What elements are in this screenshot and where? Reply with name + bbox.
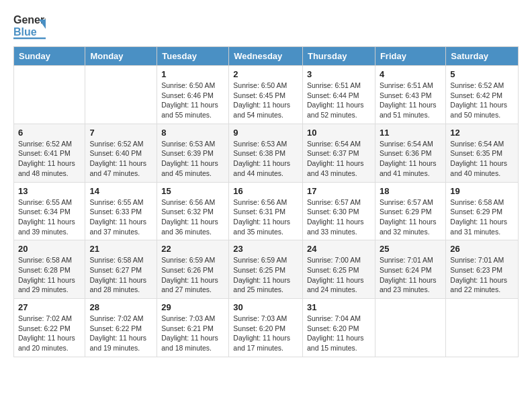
calendar-week-1: 1Sunrise: 6:50 AMSunset: 6:46 PMDaylight… [14, 66, 519, 124]
calendar-cell: 10Sunrise: 6:54 AMSunset: 6:37 PMDayligh… [302, 124, 375, 182]
day-info: Sunrise: 6:53 AMSunset: 6:38 PMDaylight:… [233, 139, 298, 179]
calendar-cell [14, 66, 85, 124]
day-number: 29 [161, 302, 224, 312]
day-info: Sunrise: 7:02 AMSunset: 6:22 PMDaylight:… [89, 314, 152, 353]
calendar-cell: 25Sunrise: 7:01 AMSunset: 6:24 PMDayligh… [375, 240, 445, 299]
day-number: 14 [89, 186, 152, 196]
calendar-cell: 2Sunrise: 6:50 AMSunset: 6:45 PMDaylight… [229, 66, 303, 124]
calendar-cell: 1Sunrise: 6:50 AMSunset: 6:46 PMDaylight… [157, 66, 229, 124]
day-number: 13 [18, 186, 81, 196]
day-info: Sunrise: 6:52 AMSunset: 6:41 PMDaylight:… [18, 139, 81, 179]
calendar-cell: 23Sunrise: 6:59 AMSunset: 6:25 PMDayligh… [229, 240, 303, 299]
day-number: 26 [450, 244, 514, 254]
day-info: Sunrise: 6:50 AMSunset: 6:46 PMDaylight:… [161, 81, 224, 120]
day-info: Sunrise: 6:55 AMSunset: 6:33 PMDaylight:… [89, 197, 152, 237]
day-info: Sunrise: 6:52 AMSunset: 6:42 PMDaylight:… [450, 81, 514, 120]
day-header-friday: Friday [375, 47, 445, 66]
calendar-cell: 28Sunrise: 7:02 AMSunset: 6:22 PMDayligh… [85, 299, 157, 357]
day-info: Sunrise: 6:55 AMSunset: 6:34 PMDaylight:… [18, 197, 81, 237]
day-info: Sunrise: 6:56 AMSunset: 6:32 PMDaylight:… [161, 197, 224, 237]
calendar-cell: 13Sunrise: 6:55 AMSunset: 6:34 PMDayligh… [14, 182, 85, 240]
day-number: 20 [18, 244, 81, 254]
calendar-cell: 4Sunrise: 6:51 AMSunset: 6:43 PMDaylight… [375, 66, 445, 124]
calendar-cell [375, 299, 445, 357]
day-info: Sunrise: 6:58 AMSunset: 6:27 PMDaylight:… [89, 255, 152, 295]
calendar-cell: 19Sunrise: 6:58 AMSunset: 6:29 PMDayligh… [446, 182, 519, 240]
day-number: 7 [89, 128, 152, 138]
day-info: Sunrise: 6:57 AMSunset: 6:29 PMDaylight:… [380, 197, 441, 237]
day-info: Sunrise: 7:04 AMSunset: 6:20 PMDaylight:… [307, 314, 371, 353]
day-info: Sunrise: 6:57 AMSunset: 6:30 PMDaylight:… [307, 197, 371, 237]
calendar-cell: 5Sunrise: 6:52 AMSunset: 6:42 PMDaylight… [446, 66, 519, 124]
calendar-cell: 3Sunrise: 6:51 AMSunset: 6:44 PMDaylight… [302, 66, 375, 124]
calendar-table: SundayMondayTuesdayWednesdayThursdayFrid… [13, 46, 519, 357]
day-number: 15 [161, 186, 224, 196]
day-info: Sunrise: 7:00 AMSunset: 6:25 PMDaylight:… [307, 255, 371, 295]
day-number: 31 [307, 302, 371, 312]
day-number: 19 [450, 186, 514, 196]
svg-text:Blue: Blue [13, 26, 37, 38]
day-number: 18 [380, 186, 441, 196]
day-info: Sunrise: 6:51 AMSunset: 6:43 PMDaylight:… [380, 81, 441, 120]
day-number: 24 [307, 244, 371, 254]
calendar-week-2: 6Sunrise: 6:52 AMSunset: 6:41 PMDaylight… [14, 124, 519, 182]
day-info: Sunrise: 7:03 AMSunset: 6:21 PMDaylight:… [161, 314, 224, 353]
day-info: Sunrise: 7:02 AMSunset: 6:22 PMDaylight:… [18, 314, 81, 353]
calendar-cell: 30Sunrise: 7:03 AMSunset: 6:20 PMDayligh… [229, 299, 303, 357]
calendar-cell: 27Sunrise: 7:02 AMSunset: 6:22 PMDayligh… [14, 299, 85, 357]
day-number: 1 [161, 69, 224, 79]
calendar-header-row: SundayMondayTuesdayWednesdayThursdayFrid… [14, 47, 519, 66]
day-number: 23 [233, 244, 298, 254]
calendar-week-4: 20Sunrise: 6:58 AMSunset: 6:28 PMDayligh… [14, 240, 519, 299]
logo-icon: General Blue [13, 10, 46, 40]
day-number: 22 [161, 244, 224, 254]
calendar-cell: 17Sunrise: 6:57 AMSunset: 6:30 PMDayligh… [302, 182, 375, 240]
day-number: 6 [18, 128, 81, 138]
day-info: Sunrise: 7:03 AMSunset: 6:20 PMDaylight:… [233, 314, 298, 353]
day-info: Sunrise: 6:58 AMSunset: 6:28 PMDaylight:… [18, 255, 81, 295]
day-number: 2 [233, 69, 298, 79]
calendar-cell: 15Sunrise: 6:56 AMSunset: 6:32 PMDayligh… [157, 182, 229, 240]
day-info: Sunrise: 6:59 AMSunset: 6:26 PMDaylight:… [161, 255, 224, 295]
calendar-cell: 6Sunrise: 6:52 AMSunset: 6:41 PMDaylight… [14, 124, 85, 182]
calendar-cell: 21Sunrise: 6:58 AMSunset: 6:27 PMDayligh… [85, 240, 157, 299]
calendar-cell: 22Sunrise: 6:59 AMSunset: 6:26 PMDayligh… [157, 240, 229, 299]
day-number: 5 [450, 69, 514, 79]
calendar-cell [446, 299, 519, 357]
day-number: 16 [233, 186, 298, 196]
day-header-sunday: Sunday [14, 47, 85, 66]
page-container: General Blue SundayMondayTuesdayWednesda… [0, 0, 532, 367]
calendar-cell: 14Sunrise: 6:55 AMSunset: 6:33 PMDayligh… [85, 182, 157, 240]
day-number: 4 [380, 69, 441, 79]
day-number: 12 [450, 128, 514, 138]
day-info: Sunrise: 6:54 AMSunset: 6:37 PMDaylight:… [307, 139, 371, 179]
day-info: Sunrise: 6:54 AMSunset: 6:36 PMDaylight:… [380, 139, 441, 179]
day-number: 30 [233, 302, 298, 312]
day-info: Sunrise: 6:56 AMSunset: 6:31 PMDaylight:… [233, 197, 298, 237]
day-number: 3 [307, 69, 371, 79]
day-info: Sunrise: 6:54 AMSunset: 6:35 PMDaylight:… [450, 139, 514, 179]
logo: General Blue [13, 10, 46, 40]
calendar-cell: 26Sunrise: 7:01 AMSunset: 6:23 PMDayligh… [446, 240, 519, 299]
day-header-wednesday: Wednesday [229, 47, 303, 66]
calendar-cell: 11Sunrise: 6:54 AMSunset: 6:36 PMDayligh… [375, 124, 445, 182]
day-header-thursday: Thursday [302, 47, 375, 66]
calendar-cell: 18Sunrise: 6:57 AMSunset: 6:29 PMDayligh… [375, 182, 445, 240]
day-info: Sunrise: 7:01 AMSunset: 6:24 PMDaylight:… [380, 255, 441, 295]
calendar-cell: 7Sunrise: 6:52 AMSunset: 6:40 PMDaylight… [85, 124, 157, 182]
day-number: 25 [380, 244, 441, 254]
calendar-cell: 16Sunrise: 6:56 AMSunset: 6:31 PMDayligh… [229, 182, 303, 240]
calendar-cell [85, 66, 157, 124]
day-number: 11 [380, 128, 441, 138]
calendar-cell: 29Sunrise: 7:03 AMSunset: 6:21 PMDayligh… [157, 299, 229, 357]
day-info: Sunrise: 6:53 AMSunset: 6:39 PMDaylight:… [161, 139, 224, 179]
header: General Blue [13, 10, 519, 40]
day-info: Sunrise: 6:52 AMSunset: 6:40 PMDaylight:… [89, 139, 152, 179]
calendar-cell: 9Sunrise: 6:53 AMSunset: 6:38 PMDaylight… [229, 124, 303, 182]
day-header-tuesday: Tuesday [157, 47, 229, 66]
day-info: Sunrise: 6:50 AMSunset: 6:45 PMDaylight:… [233, 81, 298, 120]
calendar-cell: 20Sunrise: 6:58 AMSunset: 6:28 PMDayligh… [14, 240, 85, 299]
day-info: Sunrise: 7:01 AMSunset: 6:23 PMDaylight:… [450, 255, 514, 295]
calendar-week-3: 13Sunrise: 6:55 AMSunset: 6:34 PMDayligh… [14, 182, 519, 240]
day-number: 28 [89, 302, 152, 312]
